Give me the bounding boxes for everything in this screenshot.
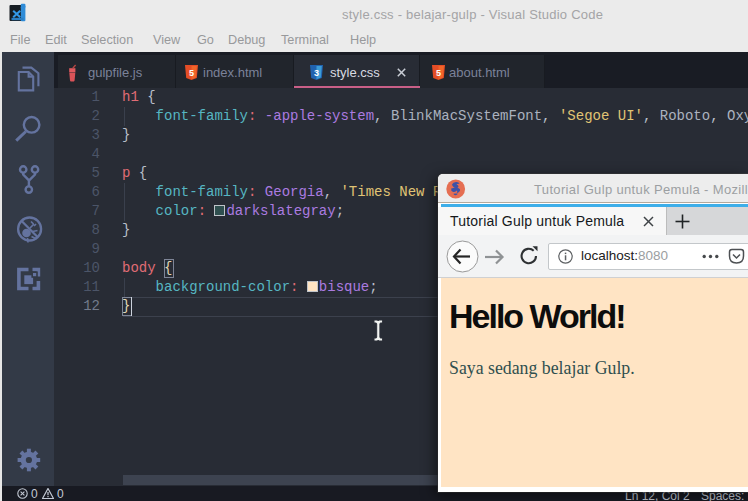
svg-text:3: 3	[314, 68, 319, 78]
svg-text:5: 5	[436, 68, 441, 78]
svg-text:5: 5	[189, 68, 194, 78]
